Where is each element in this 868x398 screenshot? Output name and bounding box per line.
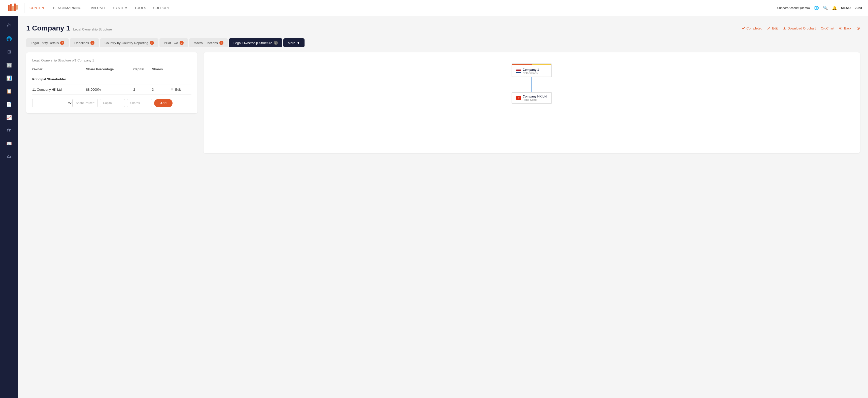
capital-input[interactable] [100,99,125,107]
tab-country-by-country[interactable]: Country-by-Country Reporting ? [100,38,158,48]
org-node-companyhk: ★ Company HK Ltd Hong Kong [512,92,552,104]
shares-input[interactable] [127,99,152,107]
search-icon[interactable]: 🔍 [823,5,828,10]
node-text: Company 1 Netherlands [523,68,539,74]
account-label: Support Account (demo) [777,6,810,10]
help-icon-legal-entity: ? [60,41,64,45]
col-capital: Capital [133,67,152,74]
node-content-hk: ★ Company HK Ltd Hong Kong [516,95,547,101]
nav-divider [24,3,25,13]
sidebar-item-chart[interactable]: 📊 [3,72,14,84]
nav-evaluate[interactable]: EVALUATE [89,6,106,10]
logo[interactable] [6,1,20,15]
sidebar-item-clock[interactable]: ⏱ [3,20,14,31]
cell-shares: 3 [152,84,170,95]
remove-icon[interactable]: ✕ [170,87,174,91]
sidebar-item-file[interactable]: 🗂 [3,151,14,162]
share-percent-input[interactable] [72,99,98,107]
org-node-company1: Company 1 Netherlands [512,63,552,77]
node-content: Company 1 Netherlands [516,68,547,74]
nav-links: CONTENT BENCHMARKING EVALUATE SYSTEM TOO… [29,6,777,10]
owner-select[interactable] [32,99,72,107]
tab-legal-entity-details[interactable]: Legal Entity Details ? [26,38,69,48]
tab-more[interactable]: More ▼ [283,38,305,48]
org-node-companyhk-box: ★ Company HK Ltd Hong Kong [512,92,552,104]
edit-label[interactable]: Edit [175,88,181,91]
table-row: 11 Company HK Ltd 88.0000% 2 3 ✕ Edit [32,84,191,95]
sidebar-item-globe2[interactable]: 🗺 [3,125,14,136]
node-text-hk: Company HK Ltd Hong Kong [523,95,547,101]
cell-share-percent: 88.0000% [86,84,133,95]
help-icon-ownership: ? [274,41,278,45]
download-orgchart-button[interactable]: Download Orgchart [783,26,816,30]
svg-rect-2 [12,6,13,11]
page-title-area: 1 Company 1 Legal Ownership Structure [26,24,112,32]
edit-button[interactable]: Edit [767,26,778,30]
history-icon [857,26,860,30]
edit-row-button[interactable]: ✕ Edit [170,87,189,91]
col-actions [170,67,191,74]
sidebar-item-globe[interactable]: 🌐 [3,33,14,44]
sidebar: ⏱ 🌐 ⊞ 🏢 📊 📋 📄 📈 🗺 📖 🗂 [0,16,18,398]
col-owner: Owner [32,67,86,74]
sidebar-item-report[interactable]: 📋 [3,86,14,97]
tab-deadlines[interactable]: Deadlines ? [70,38,99,48]
completed-button[interactable]: Completed [742,26,762,30]
node-top-bar [512,64,551,65]
chevron-down-icon: ▼ [297,41,300,45]
help-icon-pillar: ? [180,41,184,45]
flag-nl [516,69,521,73]
main-content: 1 Company 1 Legal Ownership Structure Co… [18,16,868,398]
node-sub-company1: Netherlands [523,71,539,74]
add-row: ▼ Add [32,99,191,107]
col-shares: Shares [152,67,170,74]
help-icon-macro: ? [219,41,223,45]
page-title: 1 Company 1 [26,24,70,32]
group-header-row: Principal Shareholder [32,74,191,84]
back-button[interactable]: Back [839,26,851,30]
section-title: Legal Ownership Structure of1 Company 1 [32,58,191,62]
sidebar-item-building[interactable]: 🏢 [3,59,14,70]
history-button[interactable] [857,26,860,30]
node-title-company1: Company 1 [523,68,539,71]
tab-legal-ownership[interactable]: Legal Ownership Structure ? [229,38,282,48]
orgchart-button[interactable]: OrgChart [821,26,834,30]
nav-support[interactable]: SUPPORT [153,6,170,10]
tab-macro-functions[interactable]: Macro Functions ? [189,38,228,48]
nav-right: Support Account (demo) 🌐 🔍 🔔 MENU 2023 [777,5,862,10]
svg-rect-0 [8,5,9,11]
sidebar-item-analytics[interactable]: 📈 [3,112,14,123]
help-icon-deadlines: ? [90,41,94,45]
svg-rect-3 [14,3,16,11]
ownership-card: Legal Ownership Structure of1 Company 1 … [26,52,197,113]
sidebar-item-book[interactable]: 📖 [3,138,14,149]
svg-rect-1 [10,4,11,11]
nav-system[interactable]: SYSTEM [113,6,127,10]
page-actions: Completed Edit Download Orgchart OrgChar… [742,26,860,30]
table-body: Principal Shareholder 11 Company HK Ltd … [32,74,191,95]
svg-rect-4 [16,5,18,9]
ownership-table: Owner Share Percentage Capital Shares Pr… [32,67,191,95]
col-share-percent: Share Percentage [86,67,133,74]
year-label: 2023 [855,6,862,10]
group-header-principal: Principal Shareholder [32,74,191,84]
node-sub-hk: Hong Kong [523,98,547,101]
tab-pillar-two[interactable]: Pillar Two ? [159,38,188,48]
page-subtitle: Legal Ownership Structure [73,27,112,31]
cell-owner: 11 Company HK Ltd [32,84,86,95]
nav-tools[interactable]: TOOLS [134,6,146,10]
globe-icon[interactable]: 🌐 [814,5,819,10]
cell-edit[interactable]: ✕ Edit [170,84,191,95]
top-navigation: CONTENT BENCHMARKING EVALUATE SYSTEM TOO… [0,0,868,16]
menu-label[interactable]: MENU [841,6,850,10]
cell-capital: 2 [133,84,152,95]
nav-benchmarking[interactable]: BENCHMARKING [53,6,81,10]
edit-icon [767,26,771,30]
notification-icon[interactable]: 🔔 [832,5,837,10]
content-area: Legal Ownership Structure of1 Company 1 … [26,52,860,153]
nav-content[interactable]: CONTENT [29,6,46,10]
left-panel: Legal Ownership Structure of1 Company 1 … [26,52,197,153]
sidebar-item-grid[interactable]: ⊞ [3,47,14,57]
sidebar-item-document[interactable]: 📄 [3,99,14,110]
add-button[interactable]: Add [154,99,173,107]
